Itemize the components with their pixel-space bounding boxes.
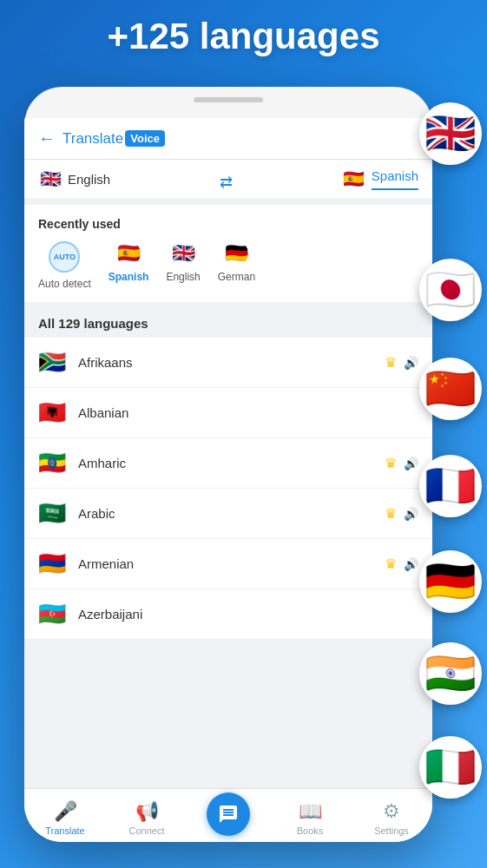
books-nav-label: Books <box>297 825 324 836</box>
nav-item-chat[interactable] <box>188 787 269 843</box>
source-language-name: English <box>68 172 110 187</box>
chat-center-button[interactable] <box>207 792 250 836</box>
floating-flag-china: 🇨🇳 <box>419 358 482 420</box>
connect-nav-label: Connect <box>129 825 165 836</box>
phone-notch <box>194 97 263 102</box>
language-row-afrikaans[interactable]: 🇿🇦Afrikaans♛🔊 <box>24 338 432 388</box>
afrikaans-flag: 🇿🇦 <box>38 349 66 376</box>
translate-nav-label: Translate <box>45 825 84 836</box>
source-flag: 🇬🇧 <box>38 167 63 191</box>
armenian-flag: 🇦🇲 <box>38 550 66 577</box>
settings-nav-label: Settings <box>374 825 409 836</box>
language-row-azerbaijani[interactable]: 🇦🇿Azerbaijani <box>24 589 432 640</box>
header-title: +125 languages <box>0 16 487 57</box>
auto-detect-label: Auto detect <box>38 278 91 290</box>
german-flag: 🇩🇪 <box>224 241 248 266</box>
amharic-name: Amharic <box>78 456 372 470</box>
nav-item-settings[interactable]: ⚙ Settings <box>351 795 432 836</box>
floating-flag-germany: 🇩🇪 <box>419 550 482 613</box>
armenian-icons: ♛🔊 <box>385 556 418 572</box>
afrikaans-icons: ♛🔊 <box>385 354 418 371</box>
crown-icon: ♛ <box>385 455 397 471</box>
language-row-amharic[interactable]: 🇪🇹Amharic♛🔊 <box>24 438 432 489</box>
app-logo: Translate Voice <box>63 130 165 148</box>
spanish-flag: 🇪🇸 <box>116 241 141 266</box>
floating-flag-india: 🇮🇳 <box>419 642 482 705</box>
phone-screen: ← Translate Voice 🇬🇧 English ⇄ 🇪🇸 Spanis… <box>24 118 432 842</box>
recent-items-list: AUTO Auto detect 🇪🇸 Spanish 🇬🇧 English 🇩… <box>38 241 418 290</box>
recent-item-german[interactable]: 🇩🇪 German <box>218 241 255 290</box>
floating-flag-italy: 🇮🇹 <box>419 736 482 799</box>
azerbaijani-name: Azerbaijani <box>78 607 406 621</box>
language-row-albanian[interactable]: 🇦🇱Albanian <box>24 388 432 438</box>
connect-icon: 📢 <box>135 800 159 823</box>
floating-flag-uk: 🇬🇧 <box>419 102 482 165</box>
afrikaans-name: Afrikaans <box>78 355 372 370</box>
language-selector: 🇬🇧 English ⇄ 🇪🇸 Spanish <box>24 160 432 198</box>
german-label: German <box>218 271 255 283</box>
arabic-icons: ♛🔊 <box>385 505 418 522</box>
language-row-arabic[interactable]: 🇸🇦Arabic♛🔊 <box>24 489 432 539</box>
recent-item-spanish[interactable]: 🇪🇸 Spanish <box>109 241 149 290</box>
source-language[interactable]: 🇬🇧 English <box>38 167 110 198</box>
chat-icon <box>218 804 239 825</box>
voice-icon: 🔊 <box>404 457 418 470</box>
recently-used-title: Recently used <box>38 217 418 231</box>
armenian-name: Armenian <box>78 556 372 571</box>
amharic-flag: 🇪🇹 <box>38 450 66 477</box>
albanian-name: Albanian <box>78 405 406 420</box>
all-languages-title: All 129 languages <box>24 302 432 338</box>
logo-voice: Voice <box>125 130 165 147</box>
target-language-name: Spanish <box>372 168 418 190</box>
crown-icon: ♛ <box>385 505 397 522</box>
arabic-flag: 🇸🇦 <box>38 500 66 527</box>
crown-icon: ♛ <box>385 354 397 371</box>
voice-icon: 🔊 <box>404 557 418 571</box>
language-list: 🇿🇦Afrikaans♛🔊🇦🇱Albanian🇪🇹Amharic♛🔊🇸🇦Arab… <box>24 338 432 640</box>
microphone-icon: 🎤 <box>54 800 77 823</box>
azerbaijani-flag: 🇦🇿 <box>38 601 66 628</box>
back-button[interactable]: ← <box>38 128 56 148</box>
spanish-label: Spanish <box>109 271 149 283</box>
crown-icon: ♛ <box>385 556 397 572</box>
phone-frame: ← Translate Voice 🇬🇧 English ⇄ 🇪🇸 Spanis… <box>24 87 432 842</box>
logo-translate: Translate <box>63 130 123 148</box>
swap-languages-button[interactable]: ⇄ <box>117 173 335 192</box>
target-flag: 🇪🇸 <box>342 167 366 191</box>
english-label: English <box>166 271 200 283</box>
voice-icon: 🔊 <box>404 507 418 521</box>
floating-flag-france: 🇫🇷 <box>419 455 482 517</box>
nav-item-connect[interactable]: 📢 Connect <box>106 795 188 836</box>
target-language[interactable]: 🇪🇸 Spanish <box>342 167 418 198</box>
auto-detect-badge: AUTO <box>49 241 80 273</box>
nav-item-books[interactable]: 📖 Books <box>269 795 351 836</box>
settings-icon: ⚙ <box>383 800 400 823</box>
language-row-armenian[interactable]: 🇦🇲Armenian♛🔊 <box>24 539 432 589</box>
voice-icon: 🔊 <box>404 356 418 370</box>
recent-item-auto[interactable]: AUTO Auto detect <box>38 241 91 290</box>
albanian-flag: 🇦🇱 <box>38 399 66 426</box>
bottom-navigation: 🎤 Translate 📢 Connect 📖 Books ⚙ <box>24 788 432 842</box>
recently-used-section: Recently used AUTO Auto detect 🇪🇸 Spanis… <box>24 205 432 302</box>
floating-flag-japan: 🇯🇵 <box>419 259 482 321</box>
nav-item-translate[interactable]: 🎤 Translate <box>24 795 106 836</box>
app-bar: ← Translate Voice <box>24 118 432 160</box>
books-icon: 📖 <box>299 800 322 823</box>
amharic-icons: ♛🔊 <box>385 455 418 471</box>
recent-item-english[interactable]: 🇬🇧 English <box>166 241 200 290</box>
english-flag: 🇬🇧 <box>171 241 195 266</box>
arabic-name: Arabic <box>78 506 372 521</box>
